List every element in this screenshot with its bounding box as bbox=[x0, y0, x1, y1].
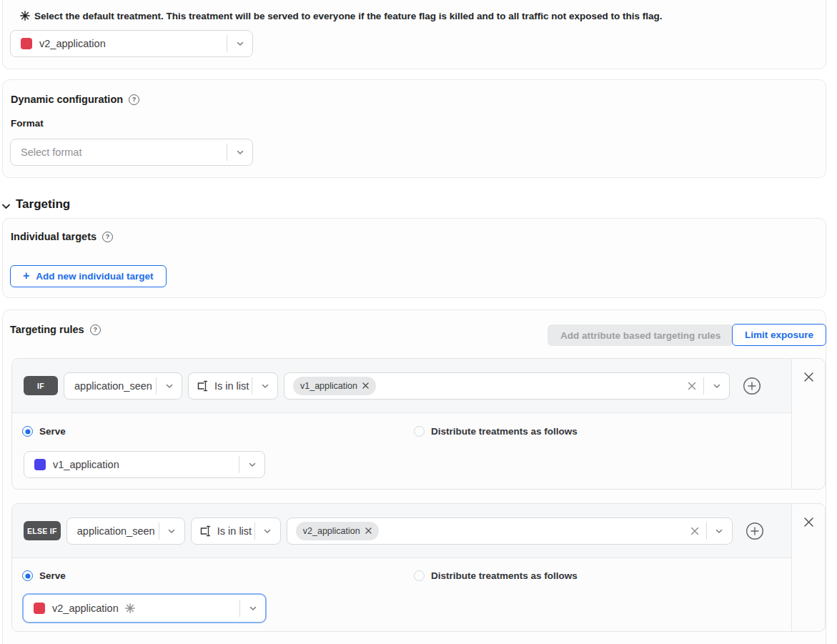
value-tag-label: v2_application bbox=[303, 526, 360, 536]
format-select[interactable]: Select format bbox=[10, 139, 253, 166]
serve-treatment-select[interactable]: v1_application bbox=[24, 451, 265, 478]
radio-unselected-icon[interactable] bbox=[414, 426, 425, 437]
targeting-section-title: Targeting bbox=[16, 197, 70, 212]
default-treatment-value: v2_application bbox=[39, 38, 106, 49]
add-individual-target-button[interactable]: + Add new individual target bbox=[10, 265, 167, 287]
chevron-down-icon bbox=[227, 39, 252, 49]
targeting-rule-card: ELSE IF application_seen Is in list bbox=[11, 503, 826, 632]
clear-values-icon[interactable] bbox=[683, 526, 706, 536]
radio-selected-icon[interactable] bbox=[22, 426, 33, 437]
radio-selected-icon[interactable] bbox=[22, 570, 33, 581]
string-type-icon bbox=[196, 380, 209, 392]
chevron-down-icon[interactable] bbox=[704, 381, 729, 391]
help-icon[interactable]: ? bbox=[102, 232, 113, 242]
chevron-down-icon bbox=[157, 381, 182, 391]
rule-side-column bbox=[791, 504, 825, 631]
chevron-down-icon bbox=[239, 460, 264, 470]
serve-treatment-select[interactable]: v2_application bbox=[22, 593, 267, 623]
value-tag-label: v1_application bbox=[300, 381, 357, 391]
attribute-select[interactable]: application_seen bbox=[64, 372, 182, 400]
rule-condition-row: IF application_seen Is in list bbox=[12, 359, 791, 413]
rule-keyword-badge: ELSE IF bbox=[24, 521, 61, 540]
distribute-label: Distribute treatments as follows bbox=[431, 570, 578, 581]
chevron-down-icon[interactable] bbox=[707, 526, 732, 536]
values-multiselect-input[interactable]: v1_application bbox=[284, 372, 730, 400]
matcher-select[interactable]: Is in list bbox=[188, 372, 278, 400]
matcher-value: Is in list bbox=[217, 525, 252, 537]
chevron-down-icon bbox=[227, 147, 252, 157]
value-tag: v2_application bbox=[296, 522, 379, 540]
serve-radio-option[interactable]: Serve bbox=[22, 426, 66, 437]
serve-label: Serve bbox=[39, 426, 66, 437]
add-attribute-rules-button[interactable]: Add attribute based targeting rules bbox=[548, 325, 733, 346]
add-condition-button[interactable] bbox=[746, 522, 764, 540]
matcher-select[interactable]: Is in list bbox=[191, 517, 281, 545]
chevron-down-icon bbox=[252, 381, 277, 391]
format-select-placeholder: Select format bbox=[21, 147, 81, 158]
chevron-down-icon bbox=[240, 603, 265, 613]
radio-unselected-icon[interactable] bbox=[414, 570, 425, 581]
clear-values-icon[interactable] bbox=[680, 381, 703, 391]
treatment-color-swatch bbox=[34, 603, 45, 614]
distribute-radio-option[interactable]: Distribute treatments as follows bbox=[414, 426, 578, 437]
default-treatment-note: Select the default treatment. This treat… bbox=[34, 11, 662, 21]
treatment-color-swatch bbox=[34, 459, 46, 470]
rule-keyword-badge: IF bbox=[24, 376, 58, 395]
targeting-collapse-chevron-icon[interactable] bbox=[1, 201, 11, 212]
format-label: Format bbox=[11, 118, 44, 129]
serve-radio-option[interactable]: Serve bbox=[22, 570, 66, 581]
remove-rule-button[interactable] bbox=[803, 517, 814, 527]
matcher-value: Is in list bbox=[214, 380, 249, 392]
targeting-rule-card: IF application_seen Is in list bbox=[11, 358, 826, 490]
attribute-value: application_seen bbox=[77, 525, 155, 537]
individual-targets-title: Individual targets bbox=[11, 231, 96, 242]
remove-rule-button[interactable] bbox=[803, 372, 814, 382]
values-multiselect-input[interactable]: v2_application bbox=[287, 517, 733, 545]
default-treatment-asterisk-icon bbox=[125, 603, 135, 613]
targeting-rules-title: Targeting rules bbox=[10, 324, 84, 335]
attribute-value: application_seen bbox=[74, 380, 152, 392]
treatment-color-swatch bbox=[21, 38, 32, 49]
remove-tag-icon[interactable] bbox=[365, 527, 372, 534]
serve-label: Serve bbox=[39, 570, 66, 581]
help-icon[interactable]: ? bbox=[129, 94, 139, 105]
rule-side-column bbox=[791, 359, 825, 489]
add-condition-button[interactable] bbox=[743, 377, 761, 395]
default-treatment-select[interactable]: v2_application bbox=[10, 30, 253, 57]
distribute-radio-option[interactable]: Distribute treatments as follows bbox=[414, 570, 578, 581]
plus-icon: + bbox=[23, 269, 29, 282]
help-icon[interactable]: ? bbox=[90, 325, 101, 335]
attribute-select[interactable]: application_seen bbox=[66, 517, 185, 545]
serve-treatment-value: v2_application bbox=[52, 603, 119, 614]
serve-treatment-value: v1_application bbox=[53, 459, 119, 470]
add-individual-target-label: Add new individual target bbox=[36, 271, 153, 282]
value-tag: v1_application bbox=[293, 377, 376, 395]
string-type-icon bbox=[199, 525, 212, 537]
limit-exposure-button[interactable]: Limit exposure bbox=[732, 324, 826, 346]
default-treatment-asterisk-icon bbox=[20, 11, 30, 21]
chevron-down-icon bbox=[255, 526, 280, 536]
dynamic-configuration-title: Dynamic configuration bbox=[11, 94, 123, 105]
remove-tag-icon[interactable] bbox=[362, 382, 369, 389]
rule-condition-row: ELSE IF application_seen Is in list bbox=[12, 504, 791, 558]
chevron-down-icon bbox=[159, 526, 184, 536]
distribute-label: Distribute treatments as follows bbox=[431, 426, 578, 437]
